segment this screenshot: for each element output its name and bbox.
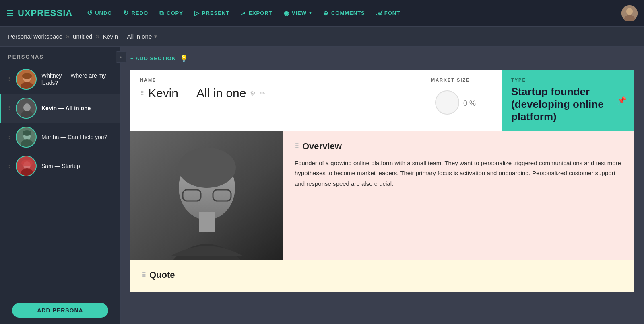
persona-avatar-sam	[16, 156, 37, 176]
drag-handle-icon: ⠿	[7, 163, 11, 169]
present-button[interactable]: ▷ PRESENT	[190, 7, 233, 19]
font-icon: 𝒜	[376, 10, 382, 17]
drag-handle-icon: ⠿	[7, 105, 11, 111]
add-section-button[interactable]: + ADD SECTION	[130, 55, 176, 62]
persona-photo-placeholder	[130, 131, 283, 260]
persona-avatar-martha	[16, 127, 37, 148]
copy-icon: ⧉	[159, 10, 164, 17]
name-label: NAME	[140, 78, 411, 82]
persona-name-sam: Sam — Startup	[41, 162, 115, 170]
redo-icon: ↻	[123, 9, 129, 17]
type-value: Startup founder (developing online platf…	[511, 86, 625, 123]
main-layout: « PERSONAS ⠿ Whitney — Where are my lead…	[0, 47, 644, 324]
project-breadcrumb[interactable]: untitled	[73, 33, 92, 40]
persona-name-whitney: Whitney — Where are my leads?	[41, 72, 115, 86]
sidebar-collapse-button[interactable]: «	[116, 51, 127, 63]
map-breadcrumb[interactable]: Kevin — All in one ▾	[103, 33, 157, 40]
quote-drag-icon: ⠿	[142, 271, 146, 279]
breadcrumb-separator-1: »	[66, 32, 70, 41]
quote-card: ⠿ Quote	[130, 260, 634, 292]
add-persona-button[interactable]: ADD PERSONA	[12, 303, 108, 318]
pin-icon[interactable]: 📌	[617, 96, 626, 105]
lightbulb-icon[interactable]: 💡	[180, 55, 188, 62]
logo[interactable]: ☰ UXPRESSIA	[6, 8, 72, 18]
svg-point-14	[23, 130, 31, 136]
persona-body-row: ⠿ Overview Founder of a growing online p…	[130, 131, 634, 260]
content-area: + ADD SECTION 💡 NAME ⠿ Kevin — All in on…	[121, 47, 644, 324]
svg-point-1	[626, 8, 633, 15]
svg-rect-18	[21, 160, 33, 166]
font-button[interactable]: 𝒜 FONT	[372, 7, 404, 19]
card-title-row: ⠿ Kevin — All in one ⚙ ✏	[140, 86, 411, 100]
persona-photo	[130, 131, 283, 260]
persona-name-martha: Martha — Can I help you?	[41, 133, 115, 141]
comments-button[interactable]: ⊕ COMMENTS	[319, 7, 369, 19]
personas-title: PERSONAS	[0, 47, 120, 65]
top-navigation: ☰ UXPRESSIA ↺ UNDO ↻ REDO ⧉ COPY ▷ PRESE…	[0, 0, 644, 27]
view-button[interactable]: ◉ VIEW ▾	[280, 7, 316, 19]
brand-name: UXPRESSIA	[18, 8, 72, 18]
comments-icon: ⊕	[323, 10, 329, 17]
hamburger-icon[interactable]: ☰	[6, 8, 14, 18]
svg-rect-10	[22, 107, 32, 107]
persona-name-display: Kevin — All in one	[148, 86, 246, 100]
persona-name-kevin: Kevin — All in one	[41, 105, 115, 112]
eye-icon: ◉	[284, 10, 289, 17]
svg-point-6	[22, 73, 32, 79]
svg-point-26	[178, 148, 236, 188]
overview-text: Founder of a growing online platform wit…	[295, 158, 623, 189]
persona-info-whitney: Whitney — Where are my leads?	[41, 72, 115, 86]
quote-title: ⠿ Quote	[142, 270, 623, 280]
workspace-breadcrumb[interactable]: Personal workspace	[8, 33, 62, 40]
card-name-section: NAME ⠿ Kevin — All in one ⚙ ✏	[130, 70, 421, 131]
persona-avatar-whitney	[16, 69, 37, 90]
persona-item-sam[interactable]: ⠿ Sam — Startup	[0, 152, 120, 180]
overview-title: ⠿ Overview	[295, 141, 623, 152]
undo-icon: ↺	[87, 9, 93, 17]
drag-handle-icon: ⠿	[7, 134, 11, 140]
breadcrumb-chevron-icon: ▾	[154, 33, 157, 39]
breadcrumb-separator-2: »	[95, 32, 99, 41]
card-drag-icon: ⠿	[140, 90, 144, 96]
export-button[interactable]: ↗ EXPORT	[237, 8, 276, 19]
market-size-label: MARKET SIZE	[431, 78, 470, 82]
persona-avatar-kevin	[16, 98, 37, 119]
persona-item-kevin[interactable]: ⠿ Kevin — All in one	[0, 94, 120, 123]
card-type-section: TYPE Startup founder (developing online …	[502, 70, 634, 131]
card-market-section: MARKET SIZE 0 %	[421, 70, 502, 131]
persona-info-sam: Sam — Startup	[41, 162, 115, 170]
edit-icon[interactable]: ✏	[260, 90, 265, 97]
present-icon: ▷	[194, 10, 200, 17]
undo-button[interactable]: ↺ UNDO	[83, 7, 116, 19]
copy-button[interactable]: ⧉ COPY	[155, 7, 187, 19]
overview-drag-icon: ⠿	[295, 143, 299, 150]
persona-item-whitney[interactable]: ⠿ Whitney — Where are my leads?	[0, 65, 120, 94]
market-size-value: 0 %	[463, 99, 476, 108]
persona-card-header: NAME ⠿ Kevin — All in one ⚙ ✏ MARKET SIZ…	[130, 70, 634, 131]
type-label: TYPE	[511, 78, 625, 82]
redo-button[interactable]: ↻ REDO	[119, 7, 152, 19]
overview-card: ⠿ Overview Founder of a growing online p…	[283, 131, 634, 260]
export-icon: ↗	[241, 10, 246, 16]
drag-handle-icon: ⠿	[7, 76, 11, 82]
svg-rect-22	[199, 212, 215, 232]
breadcrumb: Personal workspace » untitled » Kevin — …	[0, 27, 644, 47]
add-section-bar: + ADD SECTION 💡	[130, 55, 634, 62]
view-chevron-icon: ▾	[309, 10, 312, 16]
persona-info-kevin: Kevin — All in one	[41, 105, 115, 112]
persona-info-martha: Martha — Can I help you?	[41, 133, 115, 141]
link-icon[interactable]: ⚙	[250, 90, 256, 97]
sidebar: « PERSONAS ⠿ Whitney — Where are my lead…	[0, 47, 121, 324]
market-size-circle	[435, 90, 459, 115]
persona-item-martha[interactable]: ⠿ Martha — Can I help you?	[0, 123, 120, 152]
user-avatar[interactable]	[621, 5, 638, 21]
persona-list: ⠿ Whitney — Where are my leads? ⠿	[0, 65, 120, 298]
